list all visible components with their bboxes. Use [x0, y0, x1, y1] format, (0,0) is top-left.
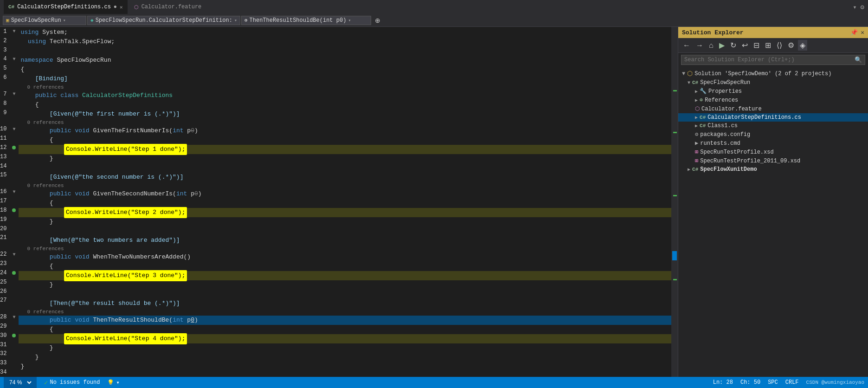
code-line-21[interactable]: [When(@"the two numbers are added")] — [19, 236, 671, 245]
se-profile2[interactable]: ⊞ SpecRunTestProfile_2011_09.xsd — [678, 156, 868, 165]
code-line-28[interactable]: public void ThenTheResultShouldBe(int p0… — [19, 316, 671, 325]
code-line-5[interactable]: { — [19, 65, 671, 74]
zoom-control[interactable]: 74 % 100 % — [4, 377, 37, 388]
g12 — [9, 143, 19, 152]
code-line-30[interactable]: Console.WriteLine("Step 4 done"); — [19, 334, 671, 343]
se-class1[interactable]: ▶ C# Class1.cs — [678, 122, 868, 130]
editor-scrollbar[interactable] — [671, 27, 678, 377]
ref-hint-binding: 0 references — [19, 84, 671, 91]
code-line-1[interactable]: using System; — [19, 28, 671, 37]
code-line-17[interactable]: { — [19, 199, 671, 208]
profile1-icon: ⊞ — [695, 149, 698, 155]
profile2-icon: ⊞ — [695, 157, 698, 164]
namespace-label: SpecFlowSpecRun — [11, 17, 61, 24]
given-attr-2: [Given(@"the second number is (.*)")] — [50, 173, 184, 182]
se-active-doc-btn[interactable]: ◈ — [798, 40, 807, 51]
code-line-6[interactable]: [Binding] — [19, 74, 671, 84]
se-proj1[interactable]: ▼ C# SpecFlowSpecRun — [678, 78, 868, 87]
se-settings-btn[interactable]: ⚙ — [786, 40, 796, 51]
proj1-label: SpecFlowSpecRun — [700, 79, 750, 86]
class1-expand: ▶ — [695, 123, 698, 129]
code-line-18[interactable]: Console.WriteLine("Step 2 done"); — [19, 208, 671, 217]
dropdown-icon[interactable]: ▾ — [853, 3, 856, 11]
code-line-33[interactable]: } — [19, 362, 671, 371]
code-line-26[interactable] — [19, 290, 671, 299]
namespace-dropdown[interactable]: ▣ SpecFlowSpecRun ▾ — [3, 16, 86, 25]
se-code-btn[interactable]: ⟨⟩ — [775, 40, 784, 51]
se-collapse-btn[interactable]: ⊟ — [752, 40, 761, 51]
code-line-14[interactable] — [19, 163, 671, 173]
se-pin-btn[interactable]: 📌 — [850, 29, 858, 36]
ln-24: 24 — [0, 268, 9, 278]
add-tab-btn[interactable]: ⊕ — [372, 16, 383, 25]
se-runtests[interactable]: ▶ runtests.cmd — [678, 139, 868, 148]
se-search-box[interactable]: 🔍 — [681, 55, 865, 65]
se-vs-btn[interactable]: ▶ — [717, 40, 727, 51]
se-close-btn[interactable]: ✕ — [861, 29, 864, 36]
se-properties[interactable]: ▶ 🔧 Properties — [678, 87, 868, 96]
method-icon: ⊕ — [244, 17, 248, 23]
tab-close-1[interactable]: ✕ — [120, 4, 123, 10]
code-line-10[interactable]: public void GivenTheFirstNumberIs(int p0… — [19, 126, 671, 136]
ref-hint-given1: 0 references — [19, 119, 671, 126]
settings-icon[interactable]: ⚙ — [861, 3, 864, 11]
zoom-select[interactable]: 74 % 100 % — [7, 379, 33, 386]
se-back-btn[interactable]: ← — [681, 40, 692, 51]
se-calc-step-def[interactable]: ▶ C# CalculatorStepDefinitions.cs — [678, 113, 868, 122]
se-undo-btn[interactable]: ↩ — [740, 40, 750, 51]
se-references[interactable]: ▶ ⊕ References — [678, 96, 868, 104]
se-forward-btn[interactable]: → — [694, 40, 705, 51]
packages-icon: ⚙ — [695, 131, 698, 138]
se-search-input[interactable] — [684, 57, 855, 63]
g1: ▼ — [9, 27, 19, 36]
se-calc-feature[interactable]: ⬡ Calculator.feature — [678, 104, 868, 113]
code-line-2[interactable]: using TechTalk.SpecFlow; — [19, 37, 671, 46]
code-line-34[interactable] — [19, 371, 671, 377]
tab-calculator-feature[interactable]: ⬡ Calculator.feature — [129, 0, 206, 14]
code-line-22[interactable]: public void WhenTheTwoNumbersAreAdded() — [19, 252, 671, 262]
code-line-3[interactable] — [19, 46, 671, 56]
brace-13: } — [50, 154, 53, 163]
se-search-icon[interactable]: 🔍 — [855, 56, 862, 64]
method-dropdown[interactable]: ⊕ ThenTheResultShouldBe(int p0) ▾ — [241, 16, 371, 25]
scroll-thumb[interactable] — [672, 251, 677, 260]
code-line-8[interactable]: { — [19, 100, 671, 110]
references-label: References — [705, 97, 738, 103]
g15 — [9, 171, 19, 180]
code-content[interactable]: using System; using TechTalk.SpecFlow; n… — [19, 27, 671, 377]
se-profile1[interactable]: ⊞ SpecRunTestProfile.xsd — [678, 148, 868, 156]
code-line-23[interactable]: { — [19, 262, 671, 271]
code-line-16[interactable]: public void GivenTheSecondNumberIs(int p… — [19, 189, 671, 199]
code-line-7[interactable]: public class CalculatorStepDefinitions — [19, 91, 671, 100]
se-refresh-btn[interactable]: ↻ — [728, 40, 738, 51]
se-packages[interactable]: ⚙ packages.config — [678, 130, 868, 139]
tab-calculator-step-def[interactable]: C# CalculatorStepDefinitions.cs ● ✕ — [4, 0, 128, 14]
code-line-13[interactable]: } — [19, 154, 671, 163]
editor-scroll-area[interactable]: 1 2 3 4 5 6 7 8 9 10 11 12 13 14 15 16 1… — [0, 27, 678, 377]
code-line-9[interactable]: [Given(@"the first number is (.*)")] — [19, 110, 671, 119]
code-line-29[interactable]: { — [19, 325, 671, 334]
code-line-27[interactable]: [Then(@"the result should be (.*)")] — [19, 299, 671, 308]
code-line-4[interactable]: namespace SpecFlowSpecRun — [19, 56, 671, 65]
code-line-24[interactable]: Console.WriteLine("Step 3 done"); — [19, 271, 671, 280]
ln-16: 16 — [0, 187, 9, 196]
class-dropdown[interactable]: ◈ SpecFlowSpecRun.CalculatorStepDefiniti… — [87, 16, 240, 25]
se-home-btn[interactable]: ⌂ — [707, 40, 715, 51]
code-line-12[interactable]: Console.WriteLine("Step 1 done"); — [19, 145, 671, 154]
code-line-19[interactable]: } — [19, 217, 671, 226]
code-line-15[interactable]: [Given(@"the second number is (.*)")] — [19, 173, 671, 182]
code-line-32[interactable]: } — [19, 353, 671, 362]
code-line-31[interactable]: } — [19, 343, 671, 353]
code-line-25[interactable]: } — [19, 280, 671, 290]
se-proj2[interactable]: ▶ C# SpecFlowXunitDemo — [678, 165, 868, 174]
code-line-11[interactable]: { — [19, 136, 671, 145]
se-solution-node[interactable]: ▼ ⬡ Solution 'SpecflowDemo' (2 of 2 proj… — [678, 69, 868, 78]
se-tree: ▼ ⬡ Solution 'SpecflowDemo' (2 of 2 proj… — [678, 67, 868, 377]
encoding-text: SPC — [768, 379, 778, 386]
lightbulb-icon: 💡 — [107, 379, 114, 386]
se-expand-btn[interactable]: ⊞ — [763, 40, 773, 51]
lightbulb-status[interactable]: 💡 ▾ — [107, 379, 119, 386]
code-line-20[interactable] — [19, 226, 671, 236]
nav-toolbar: ▣ SpecFlowSpecRun ▾ ◈ SpecFlowSpecRun.Ca… — [0, 14, 868, 27]
profile1-label: SpecRunTestProfile.xsd — [700, 149, 773, 155]
